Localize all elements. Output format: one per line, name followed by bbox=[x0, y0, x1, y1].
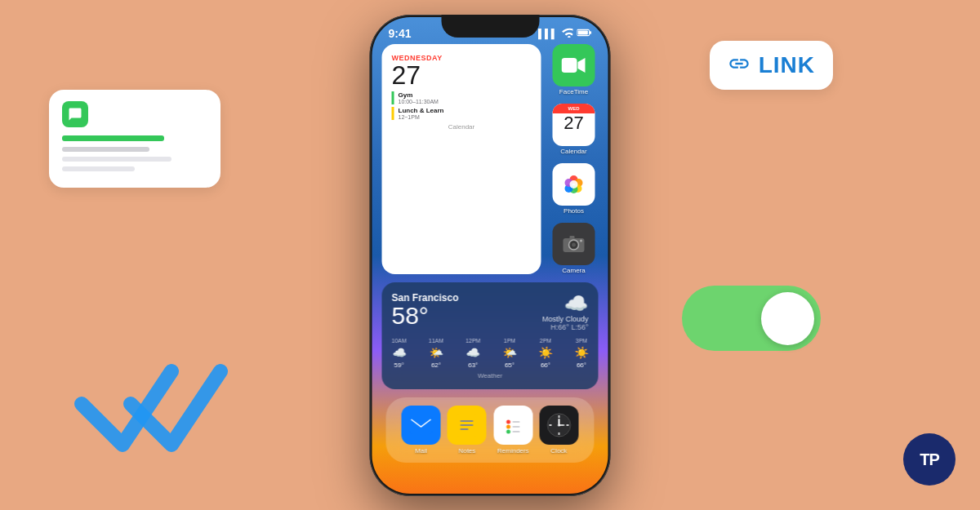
svg-point-15 bbox=[572, 242, 576, 246]
svg-rect-29 bbox=[512, 431, 519, 432]
weather-hour-0: 10AM ☁️ 59° bbox=[392, 338, 407, 369]
message-line-4 bbox=[62, 166, 135, 171]
svg-rect-21 bbox=[461, 424, 474, 426]
svg-rect-27 bbox=[512, 426, 519, 428]
message-card bbox=[49, 90, 220, 188]
svg-point-17 bbox=[580, 239, 582, 242]
photos-app[interactable]: Photos bbox=[550, 163, 599, 215]
notes-icon bbox=[448, 406, 487, 445]
clock-label: Clock bbox=[550, 447, 567, 455]
calendar-app[interactable]: WED 27 Calendar bbox=[550, 104, 599, 155]
weather-hour-3: 1PM 🌤️ 65° bbox=[502, 338, 516, 369]
link-card: LINK bbox=[710, 41, 833, 90]
clock-icon bbox=[539, 406, 578, 445]
phone-frame: 9:41 ▌▌▌ bbox=[370, 15, 611, 496]
phone-notch bbox=[441, 15, 539, 38]
cal-day-number: 27 bbox=[392, 62, 532, 88]
svg-point-26 bbox=[506, 424, 510, 428]
app-icons-column: FaceTime WED 27 Calendar bbox=[550, 44, 599, 274]
svg-point-0 bbox=[568, 36, 571, 38]
weather-hourly: 10AM ☁️ 59° 11AM 🌤️ 62° 12PM ☁️ 63° bbox=[392, 338, 589, 369]
dock: Mail Notes bbox=[386, 397, 595, 463]
link-text: LINK bbox=[759, 52, 815, 78]
calendar-widget-label: Calendar bbox=[392, 123, 532, 131]
status-time: 9:41 bbox=[389, 27, 412, 40]
svg-rect-18 bbox=[410, 416, 433, 434]
toggle-knob bbox=[761, 292, 814, 345]
calendar-icon: WED 27 bbox=[553, 104, 595, 146]
weather-hour-1: 11AM 🌤️ 62° bbox=[429, 338, 443, 369]
svg-rect-22 bbox=[461, 428, 469, 430]
weather-label: Weather bbox=[392, 372, 589, 379]
reminders-app[interactable]: Reminders bbox=[493, 406, 532, 455]
message-line-1 bbox=[62, 135, 164, 141]
weather-temperature: 58° bbox=[392, 304, 459, 328]
message-icon bbox=[62, 101, 88, 127]
svg-rect-23 bbox=[501, 414, 524, 437]
clock-app[interactable]: Clock bbox=[539, 406, 578, 455]
home-screen: WEDNESDAY 27 Gym 10:00–11:30AM Lunch & L… bbox=[372, 44, 608, 463]
wifi-icon bbox=[562, 28, 573, 39]
camera-label: Camera bbox=[562, 267, 585, 274]
svg-rect-4 bbox=[562, 58, 577, 73]
calendar-icon-label: Calendar bbox=[560, 148, 586, 155]
cal-event-gym: Gym 10:00–11:30AM bbox=[392, 91, 532, 104]
svg-point-38 bbox=[558, 424, 560, 426]
signal-icon: ▌▌▌ bbox=[538, 29, 557, 38]
mail-icon bbox=[402, 406, 441, 445]
weather-right: ☁️ Mostly Cloudy H:66° L:56° bbox=[542, 292, 589, 331]
battery-icon bbox=[577, 29, 592, 38]
tp-logo: TP bbox=[903, 433, 956, 486]
toggle-switch[interactable] bbox=[682, 286, 821, 351]
weather-desc: Mostly Cloudy bbox=[542, 315, 589, 323]
svg-rect-20 bbox=[461, 420, 474, 422]
weather-hour-2: 12PM ☁️ 63° bbox=[466, 338, 480, 369]
phone-mockup: 9:41 ▌▌▌ bbox=[370, 15, 611, 496]
message-line-2 bbox=[62, 147, 149, 152]
notes-app[interactable]: Notes bbox=[448, 406, 487, 455]
widgets-apps-row: WEDNESDAY 27 Gym 10:00–11:30AM Lunch & L… bbox=[382, 44, 599, 274]
svg-rect-2 bbox=[590, 31, 591, 34]
facetime-app[interactable]: FaceTime bbox=[550, 44, 599, 95]
camera-app[interactable]: Camera bbox=[550, 223, 599, 274]
weather-header: San Francisco 58° ☁️ Mostly Cloudy H:66°… bbox=[392, 292, 589, 331]
calendar-icon-number: 27 bbox=[564, 113, 583, 133]
mail-label: Mail bbox=[415, 447, 427, 455]
checkmark-decoration bbox=[74, 355, 237, 453]
weather-hl: H:66° L:56° bbox=[542, 323, 589, 331]
svg-rect-25 bbox=[512, 421, 519, 423]
svg-point-28 bbox=[506, 429, 510, 433]
reminders-label: Reminders bbox=[497, 447, 529, 455]
svg-rect-16 bbox=[570, 236, 575, 239]
cal-event-lunch: Lunch & Learn 12~1PM bbox=[392, 107, 532, 120]
mail-app[interactable]: Mail bbox=[402, 406, 441, 455]
photos-label: Photos bbox=[564, 207, 584, 215]
link-icon bbox=[728, 52, 751, 78]
facetime-icon bbox=[553, 44, 595, 86]
message-line-3 bbox=[62, 157, 172, 162]
weather-widget[interactable]: San Francisco 58° ☁️ Mostly Cloudy H:66°… bbox=[382, 282, 599, 389]
reminders-icon bbox=[493, 406, 532, 445]
weather-hour-4: 2PM ☀️ 66° bbox=[538, 338, 552, 369]
status-icons: ▌▌▌ bbox=[538, 28, 591, 39]
notes-label: Notes bbox=[458, 447, 475, 455]
weather-hour-5: 3PM ☀️ 66° bbox=[574, 338, 588, 369]
svg-point-24 bbox=[506, 419, 510, 424]
svg-point-11 bbox=[570, 180, 578, 188]
calendar-widget[interactable]: WEDNESDAY 27 Gym 10:00–11:30AM Lunch & L… bbox=[382, 44, 541, 274]
camera-icon bbox=[553, 223, 595, 265]
facetime-label: FaceTime bbox=[559, 88, 588, 95]
phone-screen: 9:41 ▌▌▌ bbox=[372, 17, 608, 494]
photos-icon bbox=[553, 163, 595, 206]
svg-rect-3 bbox=[578, 30, 588, 34]
